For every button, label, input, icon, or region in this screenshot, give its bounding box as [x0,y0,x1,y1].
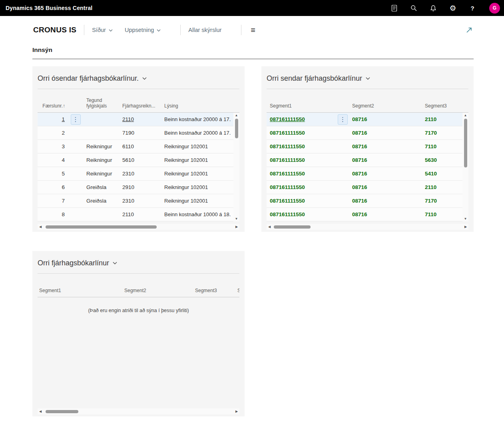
scroll-left-arrow[interactable]: ◀ [267,224,272,230]
scroll-down-arrow[interactable]: ▼ [462,217,468,221]
segment1-cell[interactable]: 087161111550 [267,130,349,136]
table-row[interactable]: 7Greiðsla2310Reikningur 102001 [38,194,239,208]
card-sent-title[interactable]: Orri sendar fjárhagsbókarlínur [267,70,468,89]
table-row[interactable]: 087161111550087165410 [267,167,468,181]
segment1-cell[interactable]: 087161111550 [267,198,349,204]
unsent-table-body: 1⋮2110Beinn kostnaður 20000 á 17.27190Be… [38,113,239,221]
entry-no-cell[interactable]: 6 [38,184,66,190]
entry-no-cell[interactable]: 5 [38,171,66,177]
table-row[interactable]: 1⋮2110Beinn kostnaður 20000 á 17. [38,113,239,126]
account-cell[interactable]: 2110 [121,116,163,122]
account-cell[interactable]: 2310 [121,171,163,177]
chevron-down-icon [157,29,161,32]
table-row[interactable]: 087161111550087162110 [267,181,468,194]
vertical-scrollbar[interactable]: ▲ ▼ [462,113,468,221]
table-row[interactable]: 087161111550087167110 [267,208,468,221]
scroll-right-arrow[interactable]: ▶ [234,224,239,230]
scrollbar-thumb[interactable] [46,410,78,413]
description-cell: Reikningur 102001 [163,184,239,190]
company-name[interactable]: CRONUS IS [33,26,76,34]
scrollbar-thumb[interactable] [464,119,467,167]
table-row[interactable]: 27190Beinn kostnaður 20000 á 17. [38,126,239,140]
vertical-scrollbar[interactable]: ▲ ▼ [233,113,239,221]
card-lines-title[interactable]: Orri fjárhagsbókarlínur [38,255,239,274]
table-row[interactable]: 087161111550⋮087162110 [267,113,468,126]
doc-type-cell: Reikningur [85,171,121,177]
table-row[interactable]: 087161111550087167110 [267,140,468,153]
expand-icon[interactable] [466,27,472,33]
table-row[interactable]: 6Greiðsla2910Reikningur 102001 [38,181,239,194]
nav-sidur[interactable]: Síður [92,27,113,33]
search-icon[interactable] [410,4,417,12]
segment1-cell[interactable]: 087161111550⋮ [267,114,349,125]
segment1-cell[interactable]: 087161111550 [267,143,349,149]
segment1-cell[interactable]: 087161111550 [267,211,349,217]
segment3-cell: 5410 [422,171,466,177]
notifications-icon[interactable] [430,4,437,12]
nav-uppsetning[interactable]: Uppsetning [125,27,161,33]
description-cell: Reikningur 102001 [163,143,239,149]
scroll-right-arrow[interactable]: ▶ [463,224,468,230]
card-unsent-lines: Orri ósendar fjárhagsbókarlínur. Færslun… [32,66,245,232]
horizontal-scrollbar[interactable]: ◀ ▶ [267,224,468,230]
entry-no-cell[interactable]: 4 [38,157,66,163]
table-row[interactable]: 5Reikningur2310Reikningur 102001 [38,167,239,181]
table-row[interactable]: 087161111550087167170 [267,126,468,140]
segment2-cell: 08716 [349,184,422,190]
table-row[interactable]: 82110Beinn kostnaður 10000 á 18. [38,208,239,221]
segment2-cell: 08716 [349,198,422,204]
horizontal-scrollbar[interactable]: ◀ ▶ [38,224,239,230]
top-navbar: Dynamics 365 Business Central ⚙ ? G [0,0,504,16]
lines-table-body: (Það eru engin atriði til að sýna í þess… [38,297,239,313]
scroll-left-arrow[interactable]: ◀ [38,408,43,414]
account-cell[interactable]: 5610 [121,157,163,163]
section-title: Innsýn [32,46,474,54]
entry-no-cell[interactable]: 7 [38,198,66,204]
entry-no-cell[interactable]: 1 [38,116,66,122]
scroll-right-arrow[interactable]: ▶ [234,408,239,414]
doc-type-cell: Reikningur [85,157,121,163]
account-cell[interactable]: 2310 [121,198,163,204]
table-row[interactable]: 4Reikningur5610Reikningur 102001 [38,153,239,167]
app-title[interactable]: Dynamics 365 Business Central [6,5,92,11]
scroll-up-arrow[interactable]: ▲ [462,113,468,117]
segment2-cell: 08716 [349,130,422,136]
entry-no-cell[interactable]: 2 [38,130,66,136]
account-cell[interactable]: 2110 [121,211,163,217]
report-icon[interactable] [390,4,398,12]
segment2-cell: 08716 [349,116,422,122]
doc-type-cell: Greiðsla [85,184,121,190]
help-icon[interactable]: ? [469,4,476,12]
card-unsent-title[interactable]: Orri ósendar fjárhagsbókarlínur. [38,70,239,89]
scroll-left-arrow[interactable]: ◀ [38,224,43,230]
entry-no-cell[interactable]: 8 [38,211,66,217]
card-journal-lines: Orri fjárhagsbókarlínur Segment1 Segment… [32,251,245,416]
table-row[interactable]: 3Reikningur6110Reikningur 102001 [38,140,239,153]
segment3-cell: 7170 [422,130,466,136]
segment1-cell[interactable]: 087161111550 [267,171,349,177]
scrollbar-thumb[interactable] [274,225,311,229]
scroll-down-arrow[interactable]: ▼ [233,217,239,221]
entry-no-cell[interactable]: 3 [38,143,66,149]
scrollbar-thumb[interactable] [235,119,238,138]
scroll-up-arrow[interactable]: ▲ [233,113,239,117]
account-cell[interactable]: 7190 [121,130,163,136]
account-cell[interactable]: 2910 [121,184,163,190]
menu-icon[interactable]: ≡ [251,26,255,35]
segment1-cell[interactable]: 087161111550 [267,184,349,190]
horizontal-scrollbar[interactable]: ◀ ▶ [38,408,239,414]
row-actions-button[interactable]: ⋮ [71,114,81,125]
description-cell: Beinn kostnaður 20000 á 17. [163,116,239,122]
table-row[interactable]: 087161111550087165630 [267,153,468,167]
nav-allar-skyrslur[interactable]: Allar skýrslur [188,27,221,33]
avatar[interactable]: G [489,3,500,14]
row-actions-button[interactable]: ⋮ [338,114,348,125]
account-cell[interactable]: 6110 [121,143,163,149]
topbar-actions: ⚙ ? G [390,3,500,14]
scrollbar-thumb[interactable] [46,225,157,229]
table-row[interactable]: 087161111550087167170 [267,194,468,208]
empty-list-message: (Það eru engin atriði til að sýna í þess… [38,297,239,313]
segment1-cell[interactable]: 087161111550 [267,157,349,163]
gear-icon[interactable]: ⚙ [449,4,456,12]
divider [180,25,181,35]
